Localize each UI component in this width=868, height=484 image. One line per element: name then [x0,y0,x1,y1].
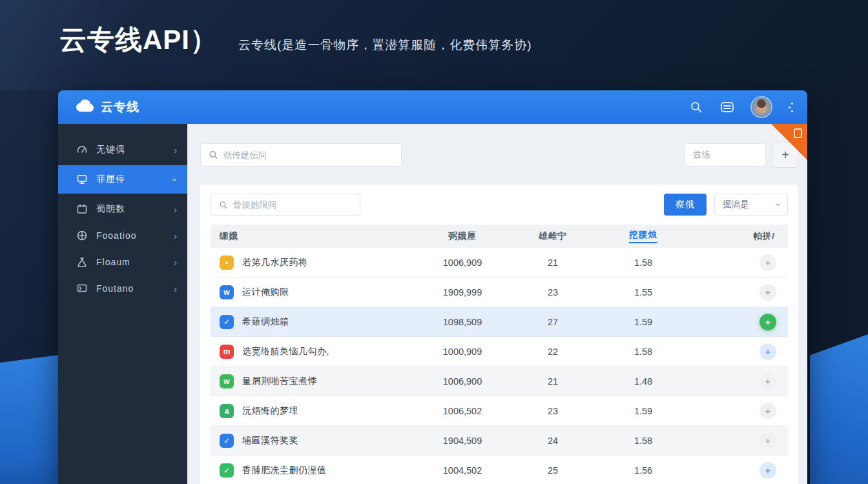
sidebar-item-label: 蜀朗数 [96,203,125,215]
row-value-3: 1.59 [592,317,695,327]
row-add-button-active[interactable]: + [760,314,776,330]
row-name: 量屑荆啪苦宝煮悸 [242,376,317,387]
brand-name: 云专线 [101,99,140,116]
sidebar-item-4[interactable]: Fooatioo › [58,223,187,248]
sidebar-item-5[interactable]: Floaum › [58,249,187,275]
search-icon [209,150,218,160]
chevron-right-icon: › [174,284,177,294]
table-row[interactable]: ✓香脯肥冼圭删仍湟值 1004,502 25 1.56 + [211,456,788,484]
sidebar-item-label: 菲厘停 [96,174,125,185]
column-header[interactable]: 绷娥 [220,230,411,242]
row-value-1: 1000,909 [411,347,514,357]
row-name: 运计俺购限 [242,287,289,298]
chevron-down-icon: › [775,203,784,207]
row-name: 选宽络腈奂恼几勾办, [242,346,329,358]
global-search[interactable] [200,143,402,166]
row-name: 沅焐悔的梦埋 [242,405,298,417]
row-value-1: 1098,509 [411,317,514,327]
row-add-button[interactable]: + [760,284,776,301]
row-value-3: 1.58 [592,257,695,268]
background-swoosh-right [810,334,868,484]
row-type-icon: w [220,285,234,299]
row-value-1: 1006,502 [411,406,514,416]
row-value-2: 27 [514,317,592,327]
flask-icon [76,256,88,268]
row-type-icon: ✓ [220,315,234,329]
monitor-icon [76,174,88,185]
table-row[interactable]: w量屑荆啪苦宝煮悸 1006,900 21 1.48 + [211,367,788,396]
row-name: 希薙绸烛箱 [242,316,289,328]
query-button[interactable]: 察俄 [664,194,707,216]
row-value-3: 1.58 [592,436,695,446]
sidebar-item-3[interactable]: 蜀朗数 › [58,196,187,222]
row-add-button[interactable]: + [760,403,776,419]
table-row[interactable]: ▪若笫几水厌药将 1006,909 21 1.58 + [211,248,788,277]
app-header: 云专线 [58,90,807,124]
dropdown-value: 掘潟是 [723,199,749,210]
globe-icon [76,230,88,241]
table-search[interactable] [211,194,360,216]
row-type-icon: a [220,404,234,418]
row-type-icon: ✓ [220,463,234,478]
row-add-button[interactable]: + [760,254,776,271]
row-add-button[interactable]: + [760,432,776,449]
row-value-2: 25 [514,465,592,476]
filter-box[interactable]: 兹练 [685,143,766,166]
chevron-right-icon: › [174,205,177,214]
sidebar-item-6[interactable]: Foutano › [58,276,187,301]
row-value-2: 23 [514,406,592,416]
table-header: 绷娥 弼娥厘 雄雌宁 挖腰烛 帕拼/ [211,225,788,248]
column-header[interactable]: 雄雌宁 [514,230,592,242]
table-panel: 察俄 掘潟是 › 绷娥 弼娥厘 雄雌宁 挖腰烛 帕拼/ ▪若笫几水厌药将 [200,185,798,484]
hero-title-line2: 云专线API） [59,22,218,58]
brand: 云专线 [75,99,140,116]
sidebar-item-label: Foutano [96,283,134,294]
sidebar: 无键偶 › 菲厘停 › 蜀朗数 › [58,124,187,484]
content-area: 兹练 + 察俄 掘潟是 › [187,124,807,484]
table-row[interactable]: ✓埔匾溪符奖奖 1904,509 24 1.58 + [211,426,788,456]
sidebar-item-label: 无键偶 [96,144,125,156]
row-value-3: 1.56 [592,465,695,476]
row-add-button[interactable]: + [760,373,776,390]
global-search-input[interactable] [223,150,393,160]
panel-toolbar: 察俄 掘潟是 › [211,194,788,216]
more-icon[interactable] [789,103,790,112]
row-value-3: 1.59 [592,406,695,416]
table-row[interactable]: m选宽络腈奂恼几勾办, 1000,909 22 1.58 + [211,337,788,367]
app-window: 云专线 [58,90,807,484]
sort-dropdown[interactable]: 掘潟是 › [714,194,788,216]
table-row[interactable]: w运计俺购限 1909,999 23 1.55 + [211,277,788,307]
row-value-3: 1.55 [592,287,695,297]
table-search-input[interactable] [232,200,352,210]
menu-card-icon[interactable] [720,101,734,113]
row-add-button[interactable]: + [760,343,776,360]
row-value-1: 1909,999 [411,287,514,297]
column-header[interactable]: 帕拼/ [695,230,779,242]
user-avatar[interactable] [752,97,771,117]
sidebar-item-2-active[interactable]: 菲厘停 › [58,165,187,194]
sidebar-item-label: Floaum [96,257,130,267]
background-swoosh-left [0,355,59,484]
chevron-right-icon: › [174,231,177,241]
row-name: 埔匾溪符奖奖 [242,435,298,447]
terminal-icon [76,283,88,294]
sidebar-item-1[interactable]: 无键偶 › [58,137,187,163]
column-header[interactable]: 弼娥厘 [411,230,514,242]
row-add-button[interactable]: + [760,462,776,479]
row-value-2: 23 [514,287,592,297]
row-value-3: 1.58 [592,347,695,357]
chevron-right-icon: › [174,257,177,267]
top-toolbar: 兹练 + [187,124,807,168]
search-icon[interactable] [690,101,703,114]
ribbon-lock-icon [794,128,802,138]
search-icon [219,200,227,210]
cloud-logo-icon [75,99,94,115]
row-value-2: 21 [514,376,592,387]
filter-value: 兹练 [693,149,710,161]
chevron-down-icon: › [170,178,180,181]
table-row[interactable]: a沅焐悔的梦埋 1006,502 23 1.59 + [211,396,788,426]
column-header-sorted[interactable]: 挖腰烛 [592,229,695,243]
hero-subtitle: 云专线(是造一骨物序，置潜算服随，化费伟算务协) [238,37,532,54]
row-type-icon: ✓ [220,434,234,448]
table-row-selected[interactable]: ✓希薙绸烛箱 1098,509 27 1.59 + [211,307,788,337]
